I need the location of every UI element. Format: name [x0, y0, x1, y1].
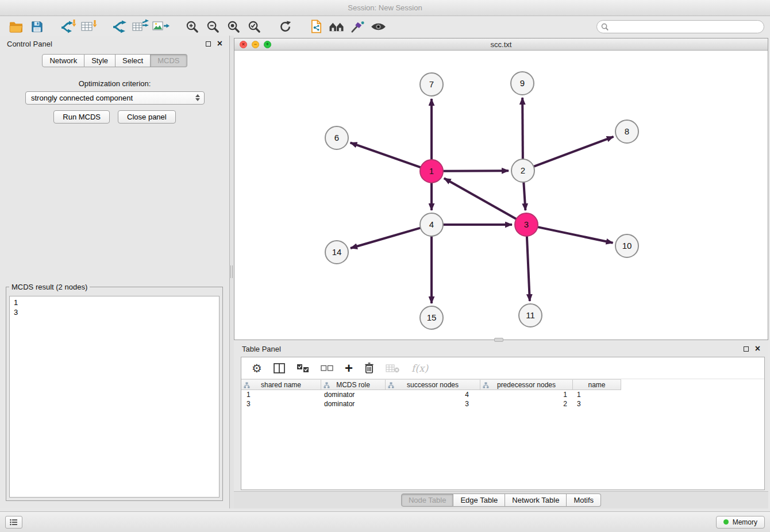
graph-node-8[interactable]: 8 [615, 120, 638, 143]
graph-node-1[interactable]: 1 [420, 160, 443, 183]
tab-network-table[interactable]: Network Table [505, 494, 567, 507]
graph-edge-1-6[interactable] [351, 142, 421, 167]
graph-node-9[interactable]: 9 [511, 72, 534, 95]
search-box[interactable] [596, 20, 764, 33]
column-header-name[interactable]: name [573, 380, 621, 390]
search-input[interactable] [611, 22, 757, 31]
run-mcds-button[interactable]: Run MCDS [53, 110, 110, 124]
close-panel-button[interactable]: Close panel [118, 110, 176, 124]
memory-button[interactable]: Memory [716, 516, 765, 529]
float-panel-icon[interactable] [206, 41, 211, 47]
graph-edge-3-11[interactable] [527, 236, 530, 301]
open-session-button[interactable] [6, 17, 26, 36]
minimize-window-icon[interactable]: − [252, 41, 259, 48]
graph-node-11[interactable]: 11 [519, 304, 542, 327]
graph-node-2[interactable]: 2 [511, 159, 534, 182]
cell-successor-nodes: 3 [386, 400, 480, 408]
tab-select[interactable]: Select [116, 54, 151, 67]
tab-motifs[interactable]: Motifs [567, 494, 601, 507]
close-window-icon[interactable]: × [240, 41, 247, 48]
select-all-columns-button[interactable] [297, 364, 309, 373]
close-table-panel-icon[interactable]: × [755, 344, 760, 353]
memory-status-icon [723, 519, 729, 525]
network-canvas[interactable]: 7968124314101511 [234, 51, 768, 340]
apply-layout-button[interactable] [275, 17, 295, 36]
table-settings-button[interactable]: ⚙ [252, 361, 262, 375]
zoom-selected-button[interactable] [244, 17, 264, 36]
graph-edge-1-2[interactable] [443, 171, 509, 171]
column-header-mcds-role[interactable]: MCDS role [321, 380, 386, 390]
column-header-successor-nodes[interactable]: successor nodes [386, 380, 480, 390]
column-header-shared-name[interactable]: shared name [241, 380, 321, 390]
table-row[interactable]: 3 dominator 3 2 3 [241, 399, 764, 408]
graph-edge-3-1[interactable] [444, 178, 517, 219]
column-header-predecessor-nodes[interactable]: predecessor nodes [480, 380, 573, 390]
network-document-button[interactable] [306, 17, 326, 36]
show-columns-button[interactable] [274, 363, 285, 373]
panel-splitter[interactable] [230, 36, 234, 508]
eye-icon [370, 21, 387, 32]
zoom-fit-button[interactable] [223, 17, 244, 36]
cell-shared-name: 3 [241, 400, 321, 408]
graph-node-6[interactable]: 6 [325, 126, 348, 149]
cell-mcds-role: dominator [321, 400, 386, 408]
criterion-dropdown[interactable]: strongly connected component [25, 91, 205, 105]
import-table-icon [80, 19, 97, 34]
graph-node-4[interactable]: 4 [420, 213, 443, 236]
mcds-result-line: 3 [14, 307, 215, 317]
delete-column-button[interactable] [364, 362, 374, 374]
import-network-from-file-button[interactable] [57, 17, 78, 36]
document-network-icon [310, 19, 323, 34]
graph-edge-3-10[interactable] [538, 227, 613, 243]
graph-node-14[interactable]: 14 [325, 241, 348, 264]
function-builder-button[interactable]: f(x) [411, 363, 428, 374]
tab-network[interactable]: Network [42, 54, 84, 67]
show-neighbors-button[interactable] [326, 17, 347, 36]
refresh-icon [278, 20, 292, 34]
style-tool-button[interactable] [347, 17, 368, 36]
zoom-out-button[interactable] [202, 17, 223, 36]
task-history-button[interactable] [5, 516, 22, 529]
graph-edge-2-8[interactable] [534, 137, 614, 167]
create-column-button[interactable]: + [345, 361, 353, 375]
float-table-panel-icon[interactable] [744, 346, 749, 352]
open-folder-icon [9, 20, 24, 33]
cell-predecessor-nodes: 1 [480, 391, 573, 399]
maximize-window-icon[interactable]: + [264, 41, 271, 48]
tab-mcds[interactable]: MCDS [151, 54, 187, 67]
mcds-result-list[interactable]: 1 3 [9, 296, 220, 498]
svg-text:11: 11 [526, 310, 535, 320]
splitter-grip[interactable] [230, 265, 233, 278]
network-window-titlebar[interactable]: × − + scc.txt [234, 38, 768, 51]
load-network-button[interactable] [109, 17, 130, 36]
graph-node-7[interactable]: 7 [420, 73, 443, 96]
svg-text:6: 6 [334, 133, 339, 142]
graph-edge-2-9[interactable] [522, 98, 523, 159]
import-table-from-file-button[interactable] [78, 17, 99, 36]
tab-node-table[interactable]: Node Table [401, 494, 454, 507]
save-session-button[interactable] [26, 17, 47, 36]
table-panel-title: Table Panel [242, 345, 281, 353]
unselect-all-columns-button[interactable] [321, 364, 333, 372]
show-hide-details-button[interactable] [368, 17, 388, 36]
graph-node-3[interactable]: 3 [515, 213, 538, 236]
svg-text:9: 9 [520, 78, 525, 88]
window-title: Session: New Session [348, 3, 422, 12]
list-icon [10, 519, 18, 526]
export-image-button[interactable] [151, 17, 171, 36]
graph-edge-2-3[interactable] [523, 182, 525, 210]
delete-table-button[interactable] [386, 364, 400, 373]
network-view-window: × − + scc.txt 7968124314101511 [234, 38, 768, 340]
load-network-table-button[interactable] [130, 17, 151, 36]
zoom-in-button[interactable] [182, 17, 202, 36]
close-panel-icon[interactable]: × [217, 39, 222, 48]
table-row[interactable]: 1 dominator 4 1 1 [241, 390, 764, 399]
window-titlebar[interactable]: Session: New Session [0, 0, 770, 16]
graph-edge-4-14[interactable] [351, 228, 421, 248]
tab-edge-table[interactable]: Edge Table [453, 494, 505, 507]
tab-style[interactable]: Style [84, 54, 116, 67]
graph-node-10[interactable]: 10 [615, 234, 638, 257]
graph-node-15[interactable]: 15 [420, 306, 443, 329]
horizontal-splitter-grip[interactable] [494, 338, 503, 342]
zoom-fit-icon [226, 20, 241, 34]
